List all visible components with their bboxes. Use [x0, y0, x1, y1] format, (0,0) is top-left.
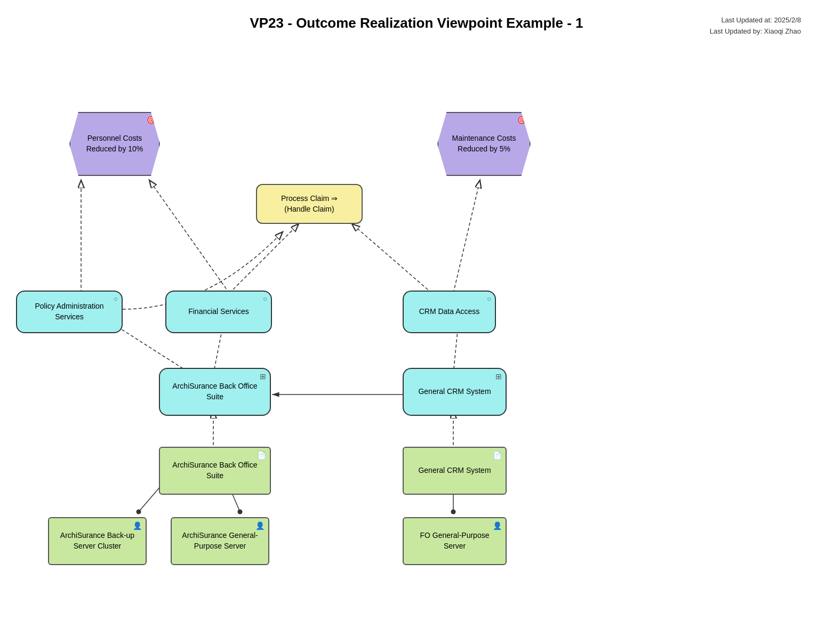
- node-archisurance-general-server: ArchiSurance General-Purpose Server 👤: [171, 517, 269, 565]
- last-updated-date: Last Updated at: 2025/2/8: [710, 15, 801, 26]
- node-label: Personnel Costs Reduced by 10%: [81, 133, 148, 154]
- node-archisurance-backoffice-artifact: ArchiSurance Back Office Suite 📄: [159, 447, 271, 495]
- target-icon: 🎯: [517, 115, 526, 126]
- system-icon: ⊞: [260, 372, 266, 382]
- svg-line-5: [453, 180, 480, 293]
- node-archisurance-backoffice-system: ArchiSurance Back Office Suite ⊞: [159, 368, 271, 416]
- node-label: ArchiSurance Back-up Server Cluster: [55, 530, 139, 551]
- system-icon: ⊞: [495, 372, 502, 382]
- node-label: ArchiSurance Back Office Suite: [166, 460, 263, 481]
- node-label: Process Claim ⇒(Handle Claim): [281, 194, 338, 214]
- service-icon: ○: [263, 294, 267, 304]
- node-label: Maintenance Costs Reduced by 5%: [449, 133, 519, 154]
- node-archisurance-backup: ArchiSurance Back-up Server Cluster 👤: [48, 517, 147, 565]
- service-icon: ○: [487, 294, 491, 304]
- server-icon: 👤: [133, 521, 142, 532]
- node-label: Financial Services: [188, 307, 249, 317]
- node-process-claim: Process Claim ⇒(Handle Claim): [256, 184, 363, 224]
- server-icon: 👤: [255, 521, 265, 532]
- node-general-crm-artifact: General CRM System 📄: [403, 447, 507, 495]
- target-icon: 🎯: [147, 115, 156, 126]
- node-label: CRM Data Access: [419, 307, 480, 317]
- node-crm-data-access: CRM Data Access ○: [403, 291, 496, 333]
- node-personnel-costs: Personnel Costs Reduced by 10% 🎯: [69, 112, 160, 176]
- node-label: Policy Administration Services: [23, 301, 115, 322]
- last-updated-by: Last Updated by: Xiaoqi Zhao: [710, 26, 801, 37]
- svg-line-4: [352, 224, 432, 293]
- node-label: General CRM System: [418, 465, 491, 476]
- artifact-icon: 📄: [493, 450, 502, 461]
- diagram-area: Personnel Costs Reduced by 10% 🎯 Mainten…: [0, 48, 833, 644]
- node-label: FO General-Purpose Server: [410, 530, 499, 551]
- meta-info: Last Updated at: 2025/2/8 Last Updated b…: [710, 15, 801, 37]
- server-icon: 👤: [493, 521, 502, 532]
- node-label: ArchiSurance Back Office Suite: [166, 381, 263, 402]
- service-icon: ○: [114, 294, 118, 304]
- node-maintenance-costs: Maintenance Costs Reduced by 5% 🎯: [437, 112, 531, 176]
- node-label: ArchiSurance General-Purpose Server: [178, 530, 262, 551]
- svg-line-2: [149, 180, 229, 293]
- node-fo-general-server: FO General-Purpose Server 👤: [403, 517, 507, 565]
- page-title: VP23 - Outcome Realization Viewpoint Exa…: [0, 0, 833, 31]
- node-label: General CRM System: [418, 387, 491, 397]
- artifact-icon: 📄: [257, 450, 266, 461]
- node-general-crm-system: General CRM System ⊞: [403, 368, 507, 416]
- svg-line-3: [229, 224, 299, 293]
- node-financial-services: Financial Services ○: [165, 291, 272, 333]
- node-policy-admin: Policy Administration Services ○: [16, 291, 123, 333]
